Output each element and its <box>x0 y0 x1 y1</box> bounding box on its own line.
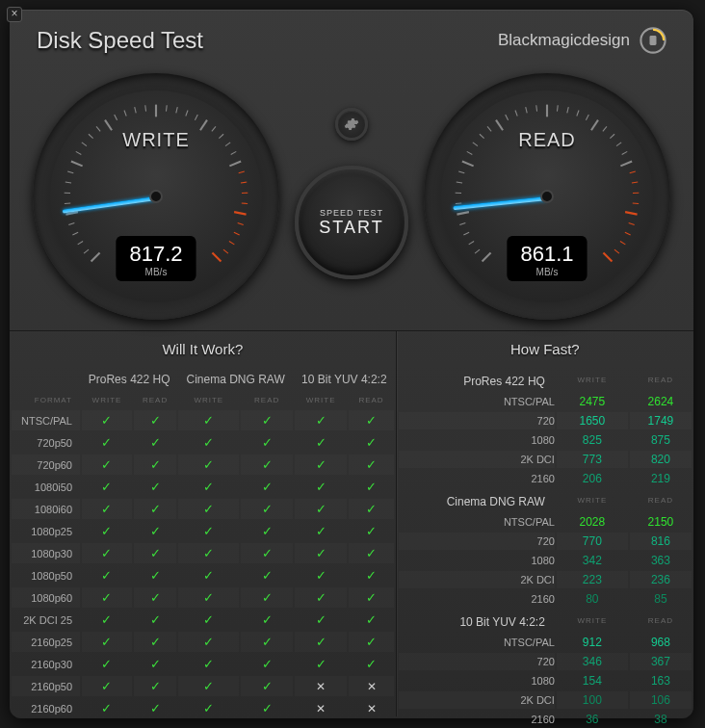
svg-line-65 <box>567 107 568 113</box>
check-icon: ✓ <box>178 610 239 630</box>
start-line2: START <box>319 218 383 238</box>
check-icon: ✓ <box>82 698 132 718</box>
check-icon: ✓ <box>295 499 347 519</box>
settings-button[interactable] <box>335 108 368 141</box>
svg-line-21 <box>145 105 146 111</box>
check-icon: ✓ <box>178 543 239 563</box>
check-icon: ✓ <box>134 455 176 475</box>
check-icon: ✓ <box>241 610 293 630</box>
svg-line-46 <box>463 232 469 235</box>
svg-line-52 <box>458 171 464 173</box>
table-row: 1080342363 <box>399 552 692 569</box>
check-icon: ✓ <box>349 477 393 497</box>
check-icon: ✓ <box>295 477 347 497</box>
svg-line-38 <box>238 223 244 225</box>
table-row: 1080i50✓✓✓✓✓✓ <box>12 477 394 497</box>
check-icon: ✓ <box>295 654 347 674</box>
table-row: 2K DCI773820 <box>399 451 692 468</box>
check-icon: ✓ <box>178 499 239 519</box>
table-row: 1080i60✓✓✓✓✓✓ <box>12 499 394 519</box>
table-row: 1080p25✓✓✓✓✓✓ <box>12 521 394 541</box>
check-icon: ✓ <box>178 432 239 453</box>
check-icon: ✓ <box>295 410 347 430</box>
check-icon: ✓ <box>241 432 293 453</box>
table-row: 1080825875 <box>399 431 692 449</box>
how-fast-heading: How Fast? <box>397 341 693 357</box>
svg-line-13 <box>76 151 82 154</box>
header: Disk Speed Test Blackmagicdesign <box>10 10 693 62</box>
check-icon: ✓ <box>82 521 132 541</box>
svg-line-62 <box>536 105 537 111</box>
svg-line-81 <box>620 242 625 245</box>
will-it-work-section: Will It Work? ProRes 422 HQCinema DNG RA… <box>10 331 396 716</box>
table-row: NTSC/PAL20282150 <box>399 513 692 531</box>
check-icon: ✓ <box>295 543 347 563</box>
svg-line-59 <box>506 115 509 120</box>
svg-line-11 <box>67 171 73 173</box>
check-icon: ✓ <box>349 565 393 585</box>
check-icon: ✓ <box>241 632 293 652</box>
check-icon: ✓ <box>82 676 132 696</box>
svg-line-20 <box>135 107 136 113</box>
svg-line-3 <box>84 249 89 253</box>
svg-line-60 <box>515 110 517 116</box>
gear-icon <box>344 117 359 132</box>
svg-line-19 <box>124 110 126 116</box>
check-icon: ✓ <box>82 587 132 608</box>
check-icon: ✓ <box>241 499 293 519</box>
check-icon: ✓ <box>134 521 176 541</box>
check-icon: ✓ <box>134 543 176 563</box>
check-icon: ✓ <box>134 632 176 652</box>
check-icon: ✓ <box>295 632 347 652</box>
svg-line-6 <box>68 223 74 225</box>
svg-line-82 <box>614 249 619 253</box>
check-icon: ✓ <box>295 455 347 475</box>
check-icon: ✓ <box>178 698 239 718</box>
check-icon: ✓ <box>295 432 347 453</box>
table-row: 2160p30✓✓✓✓✓✓ <box>12 654 394 674</box>
check-icon: ✓ <box>82 543 132 563</box>
check-icon: ✓ <box>349 610 393 630</box>
svg-line-12 <box>71 161 83 166</box>
check-icon: ✓ <box>241 565 293 585</box>
svg-line-54 <box>467 151 473 154</box>
svg-line-67 <box>586 115 588 120</box>
gauges-area: WRITE 817.2 MB/s SPEED TEST START READ 8… <box>10 62 693 331</box>
check-icon: ✓ <box>241 521 293 541</box>
table-row: 2K DCI100106 <box>399 691 692 709</box>
svg-line-83 <box>603 252 612 261</box>
x-icon: ✕ <box>295 698 347 718</box>
check-icon: ✓ <box>241 543 293 563</box>
svg-line-73 <box>620 161 632 166</box>
svg-line-48 <box>457 212 468 214</box>
table-row: 720346367 <box>399 653 692 670</box>
check-icon: ✓ <box>241 698 293 718</box>
table-row: NTSC/PAL✓✓✓✓✓✓ <box>12 410 394 430</box>
read-unit: MB/s <box>520 267 573 277</box>
brand-label: Blackmagicdesign <box>498 31 630 50</box>
brand-logo-icon <box>640 27 666 54</box>
table-row: NTSC/PAL24752624 <box>399 393 692 410</box>
x-icon: ✕ <box>349 676 393 696</box>
check-icon: ✓ <box>241 676 293 696</box>
svg-line-24 <box>176 107 177 113</box>
brand: Blackmagicdesign <box>498 27 666 54</box>
read-value: 861.1 <box>520 242 573 267</box>
svg-rect-1 <box>650 36 657 45</box>
svg-line-31 <box>231 151 237 154</box>
check-icon: ✓ <box>178 565 239 585</box>
check-icon: ✓ <box>349 455 393 475</box>
check-icon: ✓ <box>82 632 132 652</box>
table-row: 2160p50✓✓✓✓✕✕ <box>12 676 394 696</box>
check-icon: ✓ <box>178 587 239 608</box>
svg-line-47 <box>459 223 465 225</box>
check-icon: ✓ <box>82 455 132 475</box>
close-icon[interactable]: × <box>7 7 22 22</box>
check-icon: ✓ <box>241 410 293 430</box>
check-icon: ✓ <box>178 632 239 652</box>
write-gauge: WRITE 817.2 MB/s <box>33 73 279 320</box>
check-icon: ✓ <box>295 521 347 541</box>
check-icon: ✓ <box>134 698 176 718</box>
start-button[interactable]: SPEED TEST START <box>295 166 408 279</box>
svg-line-66 <box>577 110 579 116</box>
